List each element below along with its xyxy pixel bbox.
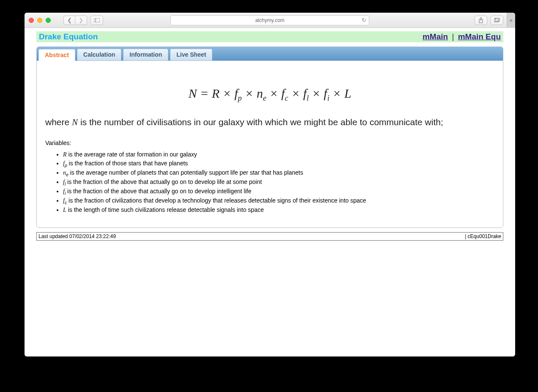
tab-strip: Abstract Calculation Information Live Sh… (37, 47, 503, 61)
url-text: alchymy.com (255, 17, 284, 23)
eq-term-L: L (344, 86, 351, 100)
browser-window: ❮ ❯ alchymy.com ↻ (25, 13, 515, 356)
svg-rect-0 (94, 18, 100, 22)
list-item: L is the length of time such civilizatio… (63, 206, 494, 214)
tab-container: Abstract Calculation Information Live Sh… (36, 47, 503, 228)
back-button[interactable]: ❮ (63, 16, 75, 25)
address-bar[interactable]: alchymy.com ↻ (170, 15, 369, 25)
link-mmain-equ[interactable]: mMain Equ (458, 32, 501, 41)
eq-term-fc: fc (281, 86, 288, 100)
svg-rect-4 (494, 19, 498, 22)
maximize-icon[interactable] (46, 18, 51, 23)
eq-term-R: R (212, 86, 220, 100)
reload-icon[interactable]: ↻ (362, 17, 366, 23)
variables-list: R is the average rate of star formation … (45, 151, 494, 214)
tabs-icon (494, 18, 500, 22)
where-line: where N is the number of civilisations i… (45, 117, 494, 128)
tab-panel-abstract: N = R × fp × ne × fc × fl × fi × L where… (37, 61, 503, 228)
tab-live-sheet[interactable]: Live Sheet (170, 49, 212, 60)
page-content: Drake Equation mMain | mMain Equ Abstrac… (25, 28, 515, 356)
footer-page-id: | cEqu001Drake (349, 232, 503, 240)
sidebar-toggle-button[interactable] (91, 16, 103, 25)
list-item: fc is the fraction of civilizations that… (63, 197, 494, 206)
tabs-button[interactable] (491, 16, 503, 25)
new-tab-button[interactable]: + (507, 13, 515, 28)
list-item: fl is the fraction of the above that act… (63, 178, 494, 187)
tab-abstract[interactable]: Abstract (38, 49, 75, 61)
eq-term-fl: fl (303, 86, 309, 100)
window-controls (29, 18, 51, 23)
page-header: Drake Equation mMain | mMain Equ (36, 31, 503, 42)
eq-term-fp: fp (234, 86, 242, 100)
page-title: Drake Equation (39, 32, 98, 41)
header-links: mMain | mMain Equ (423, 32, 501, 41)
eq-term-fi: fi (324, 86, 329, 100)
share-button[interactable] (475, 16, 487, 25)
tab-information[interactable]: Information (123, 49, 168, 60)
svg-rect-5 (495, 18, 500, 21)
nav-buttons: ❮ ❯ (63, 16, 87, 25)
eq-lhs: N (188, 86, 197, 100)
share-icon (478, 17, 483, 23)
list-item: fp is the fraction of those stars that h… (63, 159, 494, 168)
close-icon[interactable] (29, 18, 34, 23)
minimize-icon[interactable] (37, 18, 42, 23)
footer-bar: Last updated 07/02/2014 23:22:49 | cEqu0… (36, 232, 503, 241)
footer-last-updated: Last updated 07/02/2014 23:22:49 (37, 232, 349, 240)
link-separator: | (448, 32, 458, 41)
variables-heading: Variables: (45, 140, 494, 146)
list-item: fi is the fraction of the above that act… (63, 187, 494, 196)
forward-button[interactable]: ❯ (75, 16, 87, 25)
eq-term-ne: ne (257, 86, 266, 100)
list-item: ne is the average number of planets that… (63, 169, 494, 178)
drake-equation: N = R × fp × ne × fc × fl × fi × L (45, 86, 494, 103)
titlebar: ❮ ❯ alchymy.com ↻ (25, 13, 515, 28)
link-mmain[interactable]: mMain (423, 32, 448, 41)
tab-calculation[interactable]: Calculation (77, 49, 121, 60)
sidebar-icon (94, 18, 100, 22)
toolbar-right: + (475, 13, 511, 28)
list-item: R is the average rate of star formation … (63, 151, 494, 159)
